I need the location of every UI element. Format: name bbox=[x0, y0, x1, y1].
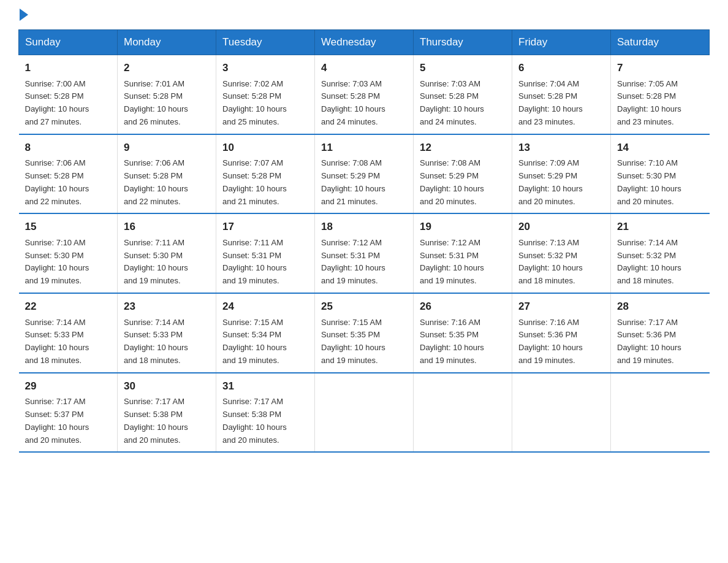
day-number: 15 bbox=[25, 219, 112, 235]
day-info: Sunrise: 7:10 AMSunset: 5:30 PMDaylight:… bbox=[25, 238, 89, 285]
day-info: Sunrise: 7:16 AMSunset: 5:35 PMDaylight:… bbox=[420, 318, 484, 365]
day-info: Sunrise: 7:17 AMSunset: 5:36 PMDaylight:… bbox=[617, 318, 681, 365]
day-info: Sunrise: 7:00 AMSunset: 5:28 PMDaylight:… bbox=[25, 79, 89, 126]
day-number: 14 bbox=[617, 140, 703, 156]
calendar-cell: 20 Sunrise: 7:13 AMSunset: 5:32 PMDaylig… bbox=[512, 213, 611, 293]
day-info: Sunrise: 7:13 AMSunset: 5:32 PMDaylight:… bbox=[518, 238, 583, 285]
calendar-table: SundayMondayTuesdayWednesdayThursdayFrid… bbox=[18, 29, 710, 453]
day-number: 29 bbox=[25, 378, 112, 394]
logo-arrow-icon bbox=[20, 9, 28, 21]
calendar-cell: 9 Sunrise: 7:06 AMSunset: 5:28 PMDayligh… bbox=[118, 134, 216, 214]
calendar-header-row: SundayMondayTuesdayWednesdayThursdayFrid… bbox=[19, 30, 710, 55]
calendar-cell: 1 Sunrise: 7:00 AMSunset: 5:28 PMDayligh… bbox=[19, 55, 118, 134]
day-info: Sunrise: 7:09 AMSunset: 5:29 PMDaylight:… bbox=[518, 158, 583, 205]
week-row-4: 29 Sunrise: 7:17 AMSunset: 5:37 PMDaylig… bbox=[19, 373, 710, 453]
day-info: Sunrise: 7:12 AMSunset: 5:31 PMDaylight:… bbox=[420, 238, 484, 285]
calendar-cell: 27 Sunrise: 7:16 AMSunset: 5:36 PMDaylig… bbox=[512, 293, 611, 373]
calendar-cell: 17 Sunrise: 7:11 AMSunset: 5:31 PMDaylig… bbox=[216, 213, 315, 293]
day-info: Sunrise: 7:14 AMSunset: 5:32 PMDaylight:… bbox=[617, 238, 681, 285]
calendar-cell: 28 Sunrise: 7:17 AMSunset: 5:36 PMDaylig… bbox=[611, 293, 710, 373]
day-info: Sunrise: 7:01 AMSunset: 5:28 PMDaylight:… bbox=[124, 79, 188, 126]
calendar-cell: 13 Sunrise: 7:09 AMSunset: 5:29 PMDaylig… bbox=[512, 134, 611, 214]
day-info: Sunrise: 7:12 AMSunset: 5:31 PMDaylight:… bbox=[321, 238, 385, 285]
day-info: Sunrise: 7:11 AMSunset: 5:30 PMDaylight:… bbox=[124, 238, 188, 285]
calendar-cell: 18 Sunrise: 7:12 AMSunset: 5:31 PMDaylig… bbox=[315, 213, 414, 293]
calendar-cell: 15 Sunrise: 7:10 AMSunset: 5:30 PMDaylig… bbox=[19, 213, 118, 293]
calendar-cell: 25 Sunrise: 7:15 AMSunset: 5:35 PMDaylig… bbox=[315, 293, 414, 373]
day-info: Sunrise: 7:17 AMSunset: 5:37 PMDaylight:… bbox=[25, 397, 89, 444]
day-info: Sunrise: 7:15 AMSunset: 5:34 PMDaylight:… bbox=[222, 318, 287, 365]
day-number: 8 bbox=[25, 140, 112, 156]
header-wednesday: Wednesday bbox=[315, 30, 414, 55]
calendar-cell: 10 Sunrise: 7:07 AMSunset: 5:28 PMDaylig… bbox=[216, 134, 315, 214]
day-number: 17 bbox=[222, 219, 308, 235]
page-header bbox=[18, 12, 710, 18]
calendar-cell: 5 Sunrise: 7:03 AMSunset: 5:28 PMDayligh… bbox=[414, 55, 512, 134]
day-info: Sunrise: 7:07 AMSunset: 5:28 PMDaylight:… bbox=[222, 158, 287, 205]
day-number: 19 bbox=[420, 219, 506, 235]
day-number: 3 bbox=[222, 60, 308, 76]
logo bbox=[18, 12, 28, 18]
calendar-cell: 12 Sunrise: 7:08 AMSunset: 5:29 PMDaylig… bbox=[414, 134, 512, 214]
calendar-cell: 31 Sunrise: 7:17 AMSunset: 5:38 PMDaylig… bbox=[216, 373, 315, 453]
day-number: 13 bbox=[518, 140, 604, 156]
week-row-3: 22 Sunrise: 7:14 AMSunset: 5:33 PMDaylig… bbox=[19, 293, 710, 373]
calendar-cell bbox=[611, 373, 710, 453]
day-number: 12 bbox=[420, 140, 506, 156]
day-number: 22 bbox=[25, 299, 112, 315]
day-number: 27 bbox=[518, 299, 604, 315]
day-info: Sunrise: 7:06 AMSunset: 5:28 PMDaylight:… bbox=[25, 158, 89, 205]
day-number: 18 bbox=[321, 219, 407, 235]
day-number: 4 bbox=[321, 60, 407, 76]
day-info: Sunrise: 7:04 AMSunset: 5:28 PMDaylight:… bbox=[518, 79, 583, 126]
calendar-cell: 24 Sunrise: 7:15 AMSunset: 5:34 PMDaylig… bbox=[216, 293, 315, 373]
calendar-cell: 26 Sunrise: 7:16 AMSunset: 5:35 PMDaylig… bbox=[414, 293, 512, 373]
day-number: 20 bbox=[518, 219, 604, 235]
calendar-cell: 16 Sunrise: 7:11 AMSunset: 5:30 PMDaylig… bbox=[118, 213, 216, 293]
day-info: Sunrise: 7:14 AMSunset: 5:33 PMDaylight:… bbox=[25, 318, 89, 365]
calendar-cell: 6 Sunrise: 7:04 AMSunset: 5:28 PMDayligh… bbox=[512, 55, 611, 134]
header-saturday: Saturday bbox=[611, 30, 710, 55]
day-number: 21 bbox=[617, 219, 703, 235]
day-info: Sunrise: 7:02 AMSunset: 5:28 PMDaylight:… bbox=[222, 79, 287, 126]
calendar-cell: 22 Sunrise: 7:14 AMSunset: 5:33 PMDaylig… bbox=[19, 293, 118, 373]
day-info: Sunrise: 7:06 AMSunset: 5:28 PMDaylight:… bbox=[124, 158, 188, 205]
day-number: 2 bbox=[124, 60, 210, 76]
day-info: Sunrise: 7:16 AMSunset: 5:36 PMDaylight:… bbox=[518, 318, 583, 365]
day-number: 25 bbox=[321, 299, 407, 315]
calendar-cell: 23 Sunrise: 7:14 AMSunset: 5:33 PMDaylig… bbox=[118, 293, 216, 373]
week-row-1: 8 Sunrise: 7:06 AMSunset: 5:28 PMDayligh… bbox=[19, 134, 710, 214]
day-number: 1 bbox=[25, 60, 112, 76]
calendar-cell: 2 Sunrise: 7:01 AMSunset: 5:28 PMDayligh… bbox=[118, 55, 216, 134]
calendar-cell: 8 Sunrise: 7:06 AMSunset: 5:28 PMDayligh… bbox=[19, 134, 118, 214]
calendar-cell: 7 Sunrise: 7:05 AMSunset: 5:28 PMDayligh… bbox=[611, 55, 710, 134]
calendar-cell: 21 Sunrise: 7:14 AMSunset: 5:32 PMDaylig… bbox=[611, 213, 710, 293]
day-number: 16 bbox=[124, 219, 210, 235]
day-info: Sunrise: 7:17 AMSunset: 5:38 PMDaylight:… bbox=[124, 397, 188, 444]
header-monday: Monday bbox=[118, 30, 216, 55]
calendar-cell bbox=[512, 373, 611, 453]
day-number: 7 bbox=[617, 60, 703, 76]
calendar-cell: 29 Sunrise: 7:17 AMSunset: 5:37 PMDaylig… bbox=[19, 373, 118, 453]
day-number: 9 bbox=[124, 140, 210, 156]
header-sunday: Sunday bbox=[19, 30, 118, 55]
day-info: Sunrise: 7:08 AMSunset: 5:29 PMDaylight:… bbox=[321, 158, 385, 205]
day-number: 30 bbox=[124, 378, 210, 394]
week-row-0: 1 Sunrise: 7:00 AMSunset: 5:28 PMDayligh… bbox=[19, 55, 710, 134]
day-number: 11 bbox=[321, 140, 407, 156]
day-number: 26 bbox=[420, 299, 506, 315]
day-info: Sunrise: 7:11 AMSunset: 5:31 PMDaylight:… bbox=[222, 238, 287, 285]
calendar-cell: 30 Sunrise: 7:17 AMSunset: 5:38 PMDaylig… bbox=[118, 373, 216, 453]
week-row-2: 15 Sunrise: 7:10 AMSunset: 5:30 PMDaylig… bbox=[19, 213, 710, 293]
day-number: 31 bbox=[222, 378, 308, 394]
calendar-cell: 11 Sunrise: 7:08 AMSunset: 5:29 PMDaylig… bbox=[315, 134, 414, 214]
day-info: Sunrise: 7:03 AMSunset: 5:28 PMDaylight:… bbox=[420, 79, 484, 126]
day-info: Sunrise: 7:15 AMSunset: 5:35 PMDaylight:… bbox=[321, 318, 385, 365]
day-number: 23 bbox=[124, 299, 210, 315]
calendar-cell: 14 Sunrise: 7:10 AMSunset: 5:30 PMDaylig… bbox=[611, 134, 710, 214]
day-info: Sunrise: 7:14 AMSunset: 5:33 PMDaylight:… bbox=[124, 318, 188, 365]
day-number: 6 bbox=[518, 60, 604, 76]
header-friday: Friday bbox=[512, 30, 611, 55]
day-number: 10 bbox=[222, 140, 308, 156]
calendar-cell: 3 Sunrise: 7:02 AMSunset: 5:28 PMDayligh… bbox=[216, 55, 315, 134]
